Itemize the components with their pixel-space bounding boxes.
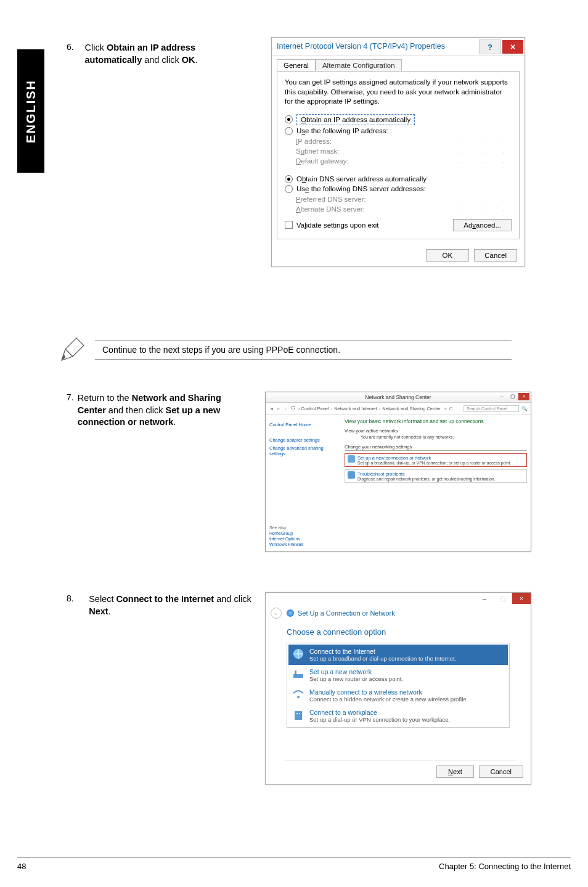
page-footer: 48 Chapter 5: Connecting to the Internet bbox=[17, 857, 571, 871]
note-text: Continue to the next steps if you are us… bbox=[95, 342, 512, 358]
svg-rect-4 bbox=[293, 674, 303, 678]
change-settings-label: Change your networking settings bbox=[345, 444, 527, 451]
step-text: Select Connect to the Internet and click… bbox=[89, 593, 258, 617]
option-new-network[interactable]: Set up a new network Set up a new router… bbox=[288, 665, 508, 685]
window-title: Network and Sharing Center bbox=[266, 392, 531, 403]
radio-icon bbox=[285, 115, 293, 123]
step-6: 6. Click Obtain an IP address automatica… bbox=[67, 42, 251, 66]
tab-strip: General Alternate Configuration bbox=[277, 59, 520, 71]
wizard-title: Set Up a Connection or Network bbox=[298, 609, 395, 617]
see-also-internet-options[interactable]: Internet Options bbox=[269, 537, 303, 541]
setup-connection-wizard: – ▢ × ← Set Up a Connection or Network C… bbox=[265, 592, 531, 785]
network-sharing-center-window: Network and Sharing Center – ▢ × ◄ ► ↑ ⛉… bbox=[265, 392, 531, 552]
field-alternate-dns: Alternate DNS server: ... bbox=[296, 205, 512, 213]
change-sharing-link[interactable]: Change advanced sharing settings bbox=[269, 445, 337, 456]
step-number: 6. bbox=[67, 42, 85, 52]
step-text: Click Obtain an IP address automatically… bbox=[85, 42, 251, 66]
building-icon bbox=[292, 709, 304, 721]
search-icon: 🔍 bbox=[521, 406, 527, 411]
cancel-button[interactable]: Cancel bbox=[474, 249, 517, 262]
option-wireless[interactable]: Manually connect to a wireless network C… bbox=[288, 685, 508, 706]
window-controls: – ▢ × bbox=[266, 593, 531, 605]
back-button[interactable]: ← bbox=[271, 608, 282, 619]
cancel-button[interactable]: Cancel bbox=[479, 765, 523, 778]
language-tab: ENGLISH bbox=[17, 49, 44, 173]
step-8: 8. Select Connect to the Internet and cl… bbox=[67, 593, 258, 617]
validate-label: Validate settings upon exit bbox=[296, 221, 378, 229]
troubleshoot-icon bbox=[348, 471, 355, 479]
radio-obtain-dns-auto[interactable]: Obtain DNS server address automatically bbox=[285, 175, 512, 183]
language-label: ENGLISH bbox=[24, 80, 38, 143]
step-number: 7. bbox=[67, 392, 78, 402]
wizard-content: Choose a connection option Connect to th… bbox=[266, 621, 531, 734]
maximize-button[interactable]: ▢ bbox=[494, 593, 512, 604]
globe-icon bbox=[292, 648, 304, 660]
back-button[interactable]: ◄ bbox=[269, 406, 274, 411]
ok-button[interactable]: OK bbox=[426, 249, 470, 262]
network-icon: ⛉ bbox=[291, 406, 296, 411]
validate-checkbox[interactable] bbox=[285, 221, 293, 229]
step-text: Return to the Network and Sharing Center… bbox=[78, 392, 251, 429]
step-7: 7. Return to the Network and Sharing Cen… bbox=[67, 392, 251, 429]
ip-input: ... bbox=[456, 206, 512, 212]
field-ip-address: IP address: ... bbox=[296, 138, 512, 145]
pencil-icon bbox=[58, 336, 86, 364]
radio-label: OObtain an IP address automaticallybtain… bbox=[296, 114, 415, 125]
forward-button[interactable]: ► bbox=[276, 406, 280, 411]
troubleshoot-option[interactable]: Troubleshoot problems Diagnose and repai… bbox=[345, 469, 527, 483]
see-also-firewall[interactable]: Windows Firewall bbox=[269, 542, 303, 547]
setup-connection-option[interactable]: Set up a new connection or network Set u… bbox=[345, 453, 527, 467]
tab-general[interactable]: General bbox=[277, 59, 316, 71]
wizard-footer: Next Cancel bbox=[266, 761, 523, 778]
ip-input: ... bbox=[456, 196, 512, 202]
maximize-button[interactable]: ▢ bbox=[507, 393, 518, 400]
validate-row: Validate settings upon exit Advanced... bbox=[285, 219, 512, 231]
advanced-button[interactable]: Advanced... bbox=[453, 219, 512, 231]
option-workplace[interactable]: Connect to a workplace Set up a dial-up … bbox=[288, 706, 508, 726]
field-preferred-dns: Preferred DNS server: ... bbox=[296, 196, 512, 203]
ip-input: ... bbox=[456, 138, 512, 144]
breadcrumb[interactable]: › Control Panel›Network and Internet›Net… bbox=[298, 406, 441, 411]
choose-heading: Choose a connection option bbox=[287, 627, 510, 637]
radio-label: Obtain DNS server address automatically bbox=[296, 175, 427, 183]
up-button[interactable]: ↑ bbox=[285, 406, 287, 411]
radio-use-dns[interactable]: Use the following DNS server addresses: bbox=[285, 185, 512, 193]
radio-label: Use the following DNS server addresses: bbox=[296, 185, 426, 192]
minimize-button[interactable]: – bbox=[496, 393, 507, 400]
see-also-homegroup[interactable]: HomeGroup bbox=[269, 531, 303, 535]
option-connect-internet[interactable]: Connect to the Internet Set up a broadba… bbox=[288, 645, 508, 665]
radio-icon bbox=[285, 127, 293, 135]
close-button[interactable]: × bbox=[518, 393, 529, 400]
radio-icon bbox=[285, 175, 293, 183]
ip-input: ... bbox=[456, 148, 512, 154]
next-button[interactable]: Next bbox=[436, 765, 474, 778]
see-also: See also HomeGroup Internet Options Wind… bbox=[269, 526, 303, 548]
radio-icon bbox=[285, 185, 293, 193]
minimize-button[interactable]: – bbox=[475, 593, 494, 604]
note-body: Continue to the next steps if you are us… bbox=[95, 339, 512, 361]
dialog-buttons: OK Cancel bbox=[272, 244, 525, 266]
ip-input: ... bbox=[456, 158, 512, 164]
close-button[interactable]: × bbox=[502, 40, 523, 54]
radio-use-ip[interactable]: Use the following IP address: bbox=[285, 127, 512, 135]
svg-point-6 bbox=[297, 696, 300, 698]
ipv4-properties-dialog: Internet Protocol Version 4 (TCP/IPv4) P… bbox=[271, 37, 525, 267]
change-adapter-link[interactable]: Change adapter settings bbox=[269, 437, 337, 443]
not-connected-text: You are currently not connected to any n… bbox=[361, 435, 527, 439]
svg-rect-8 bbox=[296, 713, 298, 714]
step-number: 8. bbox=[67, 593, 89, 603]
help-button[interactable]: ? bbox=[479, 39, 501, 54]
window-controls: – ▢ × bbox=[496, 393, 529, 400]
search-input[interactable]: Search Control Panel bbox=[463, 405, 519, 412]
globe-icon bbox=[287, 609, 294, 617]
wifi-icon bbox=[292, 688, 304, 701]
field-subnet-mask: Subnet mask: ... bbox=[296, 147, 512, 155]
svg-rect-9 bbox=[299, 713, 300, 714]
field-default-gateway: Default gateway: ... bbox=[296, 157, 512, 165]
panel-heading: View your basic network information and … bbox=[345, 418, 527, 424]
control-panel-home-link[interactable]: Control Panel Home bbox=[269, 422, 337, 427]
close-button[interactable]: × bbox=[512, 593, 531, 604]
tab-alternate[interactable]: Alternate Configuration bbox=[316, 59, 402, 71]
radio-obtain-ip-auto[interactable]: OObtain an IP address automaticallybtain… bbox=[285, 114, 512, 125]
chapter-label: Chapter 5: Connecting to the Internet bbox=[439, 862, 571, 871]
